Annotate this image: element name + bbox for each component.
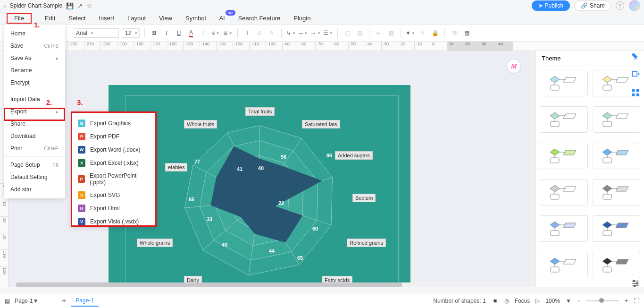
m-badge-icon[interactable]: M [506, 59, 521, 74]
export-ppt[interactable]: PExport PowerPoint (.pptx) [72, 170, 155, 188]
align-icon[interactable]: ≡▼ [211, 28, 220, 38]
share-button[interactable]: 🔗Share [575, 0, 611, 11]
back-icon[interactable]: ‹ [4, 2, 6, 9]
h-scrollbar[interactable] [16, 282, 531, 287]
zoom-out-icon[interactable]: − [577, 298, 580, 304]
fullscreen-icon[interactable]: ⛶ [634, 298, 639, 304]
strikethrough-icon[interactable]: T [199, 28, 208, 38]
outline-icon[interactable]: ▤ [5, 298, 10, 304]
arrow-icon[interactable]: →▼ [311, 28, 320, 38]
add-page-icon[interactable]: + [62, 297, 66, 305]
theme-item[interactable] [593, 106, 641, 133]
presentation-icon[interactable]: ▤ [462, 28, 471, 38]
publish-button[interactable]: ➤Publish [532, 0, 570, 11]
mi-import[interactable]: Import Data [4, 93, 65, 105]
fontcolor-icon[interactable]: A [186, 28, 196, 38]
page-select[interactable]: Page-1▼ [15, 298, 57, 304]
export-visio[interactable]: VExport Visio (.vsdx) [72, 215, 155, 228]
mi-share[interactable]: Share [4, 118, 65, 130]
mi-rename[interactable]: Rename [4, 64, 65, 77]
val-49: 49 [222, 242, 227, 248]
svg-point-35 [634, 285, 636, 286]
help-icon[interactable]: ? [616, 1, 624, 10]
svg-rect-19 [603, 121, 611, 127]
play-icon[interactable]: ▷ [535, 298, 540, 304]
theme-item[interactable] [540, 106, 588, 133]
open-external-icon[interactable]: ↗ [77, 2, 83, 9]
line-icon[interactable]: ─▼ [299, 28, 308, 38]
theme-title: Theme [542, 55, 560, 62]
theme-item[interactable] [540, 143, 588, 169]
italic-icon[interactable]: I [162, 28, 171, 38]
export-pdf[interactable]: PExport PDF [72, 130, 155, 143]
paint-icon[interactable] [631, 52, 640, 61]
theme-item[interactable] [540, 215, 588, 242]
mi-default[interactable]: Default Setting [4, 171, 65, 183]
mi-saveas[interactable]: Save As▸ [4, 52, 65, 64]
theme-item[interactable] [593, 143, 641, 169]
mi-pagesetup[interactable]: Page SetupF6 [4, 159, 65, 171]
export-graphics[interactable]: GExport Graphics [72, 117, 155, 130]
distribute-icon[interactable]: ▤ [386, 28, 396, 38]
fontsize-select[interactable]: 12▼ [122, 28, 140, 38]
menu-symbol[interactable]: Symbol [185, 15, 206, 22]
export-word[interactable]: WExport Word (.docx) [72, 143, 155, 156]
zoom-slider[interactable] [586, 300, 619, 301]
theme-item[interactable] [593, 215, 641, 242]
menu-ai[interactable]: AIhot [219, 15, 225, 22]
focus-target-icon[interactable]: ◎ [504, 298, 509, 304]
mi-addstar[interactable]: Add star [4, 183, 65, 196]
linespacing-icon[interactable]: ≣▼ [223, 28, 233, 38]
mi-encrypt[interactable]: Encrypt [4, 77, 65, 89]
menu-insert[interactable]: Insert [99, 15, 115, 22]
menu-plugin[interactable]: Plugin [293, 15, 310, 22]
connector-icon[interactable]: ↳▼ [286, 28, 296, 38]
group-icon[interactable]: ▢ [343, 28, 352, 38]
zoom-in-icon[interactable]: + [625, 298, 628, 304]
star-icon[interactable]: ☆ [86, 2, 92, 9]
export-excel[interactable]: XExport Excel (.xlsx) [72, 156, 155, 170]
add-shape-icon[interactable] [631, 70, 640, 79]
menu-view[interactable]: View [159, 15, 172, 22]
save-icon[interactable]: 💾 [66, 2, 74, 9]
ungroup-icon[interactable]: ▥ [355, 28, 364, 38]
theme-item[interactable] [540, 252, 588, 278]
font-select[interactable]: Arial▼ [73, 28, 119, 38]
theme-item[interactable] [540, 179, 588, 205]
menu-layout[interactable]: Layout [127, 15, 146, 22]
theme-item[interactable] [540, 70, 588, 96]
noshape-icon[interactable]: ⊘ [255, 28, 264, 38]
mi-save[interactable]: SaveCtrl+S [4, 40, 65, 52]
export-svg[interactable]: SExport SVG [72, 188, 155, 202]
bold-icon[interactable]: B [150, 28, 159, 38]
menu-file[interactable]: File [7, 13, 32, 24]
mi-download[interactable]: Download [4, 130, 65, 142]
mi-print[interactable]: PrintCtrl+P [4, 142, 65, 154]
svg-rect-31 [632, 94, 635, 96]
menu-edit[interactable]: Edit [45, 15, 55, 22]
mi-home[interactable]: Home [4, 27, 65, 40]
layers-icon[interactable]: ◾ [492, 298, 499, 304]
page-tab-1[interactable]: Page-1 [71, 295, 99, 307]
export-html[interactable]: HExport Html [72, 202, 155, 215]
lock-icon[interactable]: 🔒 [430, 28, 440, 38]
theme-item[interactable] [593, 252, 641, 278]
underline-icon[interactable]: U [174, 28, 184, 38]
mi-export[interactable]: Export▸ [4, 105, 65, 118]
label-total-fruits: Total fruits [245, 107, 275, 116]
text-icon[interactable]: T [243, 28, 252, 38]
tools-icon[interactable]: ⚒ [450, 28, 459, 38]
avatar[interactable] [629, 0, 640, 11]
menu-select[interactable]: Select [68, 15, 85, 22]
theme-item[interactable] [593, 179, 641, 205]
zoom-value[interactable]: 100% [545, 298, 560, 304]
menu-search[interactable]: Search Feature [238, 15, 281, 22]
alignleft-icon[interactable]: ⇤ [374, 28, 384, 38]
highlight-icon[interactable]: ✎ [267, 28, 276, 38]
v-scrollbar[interactable] [531, 51, 535, 287]
edit-icon[interactable]: ✎ [418, 28, 427, 38]
effects-icon[interactable]: ✦▼ [406, 28, 415, 38]
grid-icon[interactable] [631, 88, 640, 97]
settings-slider-icon[interactable] [631, 279, 640, 288]
linestyle-icon[interactable]: ☰▼ [323, 28, 333, 38]
